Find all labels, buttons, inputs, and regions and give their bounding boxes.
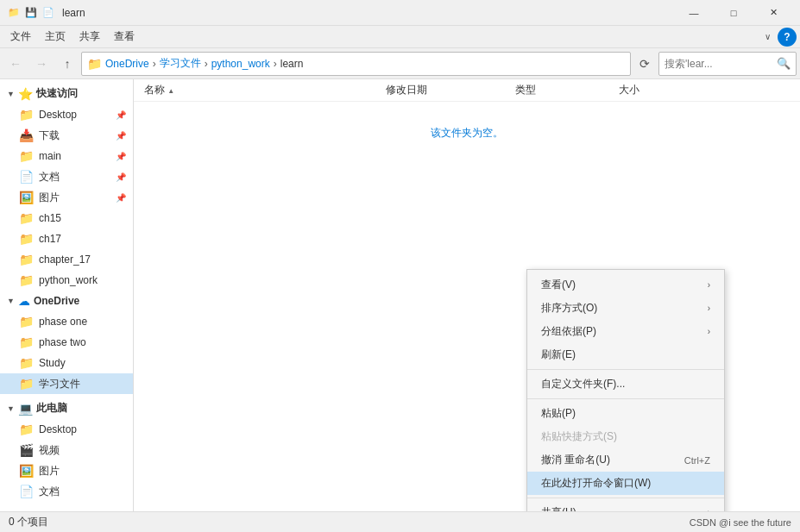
folder-icon: 📁 xyxy=(19,232,34,246)
search-box[interactable]: 🔍 xyxy=(658,52,797,76)
col-name-header[interactable]: 名称 ▲ xyxy=(141,83,382,97)
onedrive-title: OneDrive xyxy=(34,295,79,307)
sidebar-item-desktop-pc[interactable]: 📁 Desktop xyxy=(0,419,133,440)
pin-icon: 📌 xyxy=(116,193,126,203)
pin-icon: 📌 xyxy=(116,152,126,161)
breadcrumb-learn: learn xyxy=(280,58,304,70)
shortcut-label: Ctrl+Z xyxy=(684,455,710,466)
ctx-group[interactable]: 分组依据(P) › xyxy=(527,320,724,343)
sidebar-item-label: Study xyxy=(39,357,66,369)
sidebar-item-download[interactable]: 📥 下载 📌 xyxy=(0,125,133,146)
help-button[interactable]: ? xyxy=(778,28,797,47)
back-button[interactable]: ← xyxy=(3,52,28,76)
breadcrumb-onedrive[interactable]: OneDrive xyxy=(105,58,149,70)
computer-collapse-icon: ▼ xyxy=(7,404,15,413)
quickaccess-collapse-icon: ▼ xyxy=(7,90,15,98)
pin-icon: 📌 xyxy=(116,110,126,120)
submenu-arrow-icon: › xyxy=(708,304,710,313)
address-bar[interactable]: 📁 OneDrive › 学习文件 › python_work › learn xyxy=(81,52,631,76)
ctx-view[interactable]: 查看(V) › xyxy=(527,273,724,297)
folder-icon: 📁 xyxy=(19,273,34,287)
ctx-open-cmd[interactable]: 在此处打开命令窗口(W) xyxy=(527,472,724,495)
folder-icon: 📁 xyxy=(19,253,34,266)
quickaccess-section[interactable]: ▼ ⭐ 快速访问 xyxy=(0,83,133,104)
breadcrumb-folder-icon: 📁 xyxy=(87,57,102,71)
folder-icon: 📁 xyxy=(19,335,34,349)
ctx-separator xyxy=(527,369,724,370)
breadcrumb-python-work[interactable]: python_work xyxy=(211,58,270,70)
menu-view[interactable]: 查看 xyxy=(107,28,142,47)
menu-home[interactable]: 主页 xyxy=(38,28,72,47)
ctx-paste-shortcut: 粘贴快捷方式(S) xyxy=(527,425,724,448)
pictures-icon: 🖼️ xyxy=(19,191,34,204)
sidebar-item-ch15[interactable]: 📁 ch15 xyxy=(0,208,133,228)
submenu-arrow-icon: › xyxy=(708,280,710,290)
video-icon: 🎬 xyxy=(19,443,34,457)
window-controls: — □ ✕ xyxy=(674,0,793,26)
maximize-button[interactable]: □ xyxy=(714,0,753,26)
ctx-sort[interactable]: 排序方式(O) › xyxy=(527,297,724,320)
sidebar-item-pictures-pc[interactable]: 🖼️ 图片 xyxy=(0,460,133,481)
sidebar-item-main[interactable]: 📁 main 📌 xyxy=(0,146,133,166)
sidebar-item-label: Desktop xyxy=(39,423,77,435)
search-input[interactable] xyxy=(665,58,773,70)
sidebar-item-pictures[interactable]: 🖼️ 图片 📌 xyxy=(0,187,133,208)
sidebar: ▼ ⭐ 快速访问 📁 Desktop 📌 📥 下载 📌 📁 main 📌 📄 文… xyxy=(0,79,134,511)
menu-bar-right: ∨ ? xyxy=(761,28,797,47)
sidebar-item-study[interactable]: 📁 Study xyxy=(0,353,133,373)
ctx-share[interactable]: 共享(H) › xyxy=(527,501,724,511)
sidebar-item-label: Desktop xyxy=(39,109,77,121)
sidebar-item-label: chapter_17 xyxy=(39,253,91,266)
sidebar-item-video[interactable]: 🎬 视频 xyxy=(0,440,133,460)
onedrive-section[interactable]: ▼ ☁ OneDrive xyxy=(0,291,133,311)
sidebar-item-ch17[interactable]: 📁 ch17 xyxy=(0,228,133,249)
menu-expand-button[interactable]: ∨ xyxy=(761,30,774,43)
items-count: 0 个项目 xyxy=(9,515,48,529)
sidebar-item-phase-two[interactable]: 📁 phase two xyxy=(0,332,133,353)
ctx-refresh[interactable]: 刷新(E) xyxy=(527,343,724,366)
sidebar-item-label: 学习文件 xyxy=(39,377,80,391)
sidebar-item-docs[interactable]: 📄 文档 📌 xyxy=(0,166,133,187)
sidebar-item-desktop[interactable]: 📁 Desktop 📌 xyxy=(0,104,133,125)
sidebar-item-study-files[interactable]: 📁 学习文件 xyxy=(0,373,133,394)
sidebar-item-phase-one[interactable]: 📁 phase one xyxy=(0,311,133,332)
onedrive-collapse-icon: ▼ xyxy=(7,297,15,305)
folder-icon: 📁 xyxy=(19,108,34,122)
menu-file[interactable]: 文件 xyxy=(3,28,38,47)
sidebar-item-chapter17[interactable]: 📁 chapter_17 xyxy=(0,249,133,270)
title-bar: 📁 💾 📄 learn — □ ✕ xyxy=(0,0,800,26)
sidebar-item-docs-pc[interactable]: 📄 文档 xyxy=(0,481,133,502)
sidebar-item-python-work[interactable]: 📁 python_work xyxy=(0,270,133,291)
refresh-button[interactable]: ⟳ xyxy=(633,52,657,76)
sidebar-item-label: ch17 xyxy=(39,233,61,245)
sidebar-item-label: 视频 xyxy=(39,443,60,458)
col-type-header[interactable]: 类型 xyxy=(512,83,615,97)
ctx-undo[interactable]: 撤消 重命名(U) Ctrl+Z xyxy=(527,448,724,472)
quickaccess-star-icon: ⭐ xyxy=(18,87,33,101)
computer-section[interactable]: ▼ 💻 此电脑 xyxy=(0,397,133,419)
sidebar-item-label: main xyxy=(39,150,61,162)
content-header: 名称 ▲ 修改日期 类型 大小 xyxy=(134,79,800,102)
content-area[interactable]: 名称 ▲ 修改日期 类型 大小 该文件夹为空。 查看(V) › 排序方式(O) … xyxy=(134,79,800,511)
ctx-paste[interactable]: 粘贴(P) xyxy=(527,402,724,425)
menu-share[interactable]: 共享 xyxy=(72,28,107,47)
up-button[interactable]: ↑ xyxy=(55,52,79,76)
minimize-button[interactable]: — xyxy=(674,0,714,26)
pin-icon: 📌 xyxy=(116,172,126,182)
sidebar-item-label: 下载 xyxy=(39,128,60,143)
empty-message: 该文件夹为空。 xyxy=(431,126,503,141)
submenu-arrow-icon: › xyxy=(708,508,710,511)
sidebar-item-label: python_work xyxy=(39,274,98,286)
close-button[interactable]: ✕ xyxy=(753,0,793,26)
folder-icon: 📁 xyxy=(19,356,34,370)
search-icon[interactable]: 🔍 xyxy=(777,57,791,70)
breadcrumb-study-files[interactable]: 学习文件 xyxy=(160,56,201,71)
status-bar: 0 个项目 CSDN @i see the future xyxy=(0,511,800,532)
forward-button[interactable]: → xyxy=(29,52,54,76)
sidebar-item-label: 文档 xyxy=(39,485,60,499)
col-size-header[interactable]: 大小 xyxy=(615,83,684,97)
save-icon: 💾 xyxy=(24,6,38,20)
ctx-customize[interactable]: 自定义文件夹(F)... xyxy=(527,372,724,396)
col-date-header[interactable]: 修改日期 xyxy=(382,83,512,97)
quickaccess-title: 快速访问 xyxy=(36,86,78,101)
